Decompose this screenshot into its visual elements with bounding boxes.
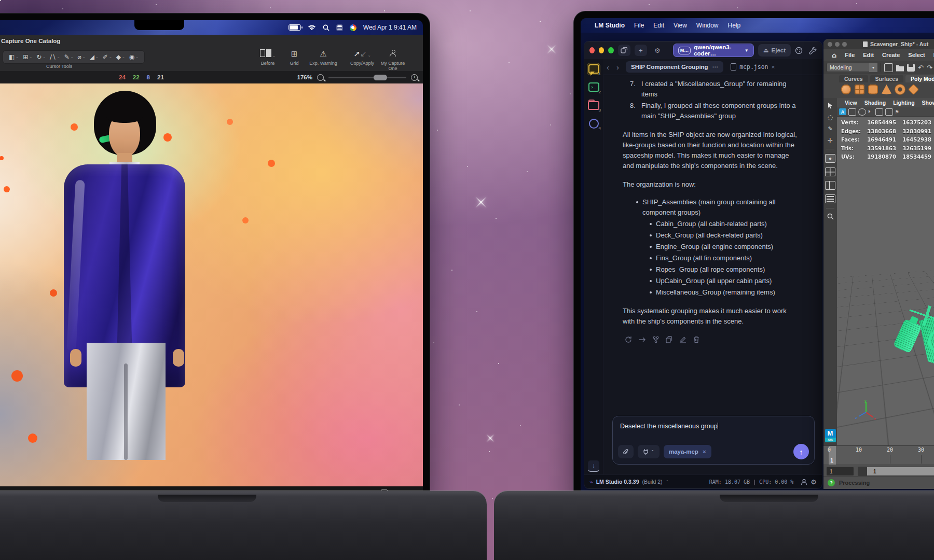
home-icon[interactable]: ⌂ [828, 51, 841, 59]
gradient-tool-icon[interactable]: ◢⌄ [88, 53, 100, 61]
draw-tool-icon[interactable]: ✎⌄ [63, 53, 75, 61]
poly-torus-icon[interactable] [895, 85, 905, 94]
nav-back-icon[interactable]: ‹ [603, 63, 613, 72]
mcp-plug-button[interactable]: ⌃ [638, 445, 660, 458]
undo-icon[interactable]: ↶ [918, 64, 924, 72]
tab-close-icon[interactable]: × [772, 64, 775, 70]
settings-gear-icon[interactable]: ⚙ [811, 478, 817, 486]
version-chevron-icon[interactable]: ⌃ [666, 480, 669, 484]
maya-viewport[interactable]: View Shading Lighting Show A ⏵ ⚑ [837, 98, 934, 445]
rail-developer-icon[interactable]: >_2 [587, 81, 600, 93]
isolate-icon[interactable] [848, 108, 856, 116]
new-chat-button[interactable]: + [635, 45, 647, 56]
traffic-zoom-button[interactable] [842, 42, 847, 47]
menuset-dropdown[interactable]: Modeling▼ [827, 63, 877, 72]
rail-chat-icon[interactable]: 1 [587, 63, 600, 75]
regenerate-icon[interactable] [625, 336, 632, 343]
traffic-close-button[interactable] [589, 47, 595, 53]
traffic-minimize-button[interactable] [835, 42, 840, 47]
menu-item-file[interactable]: File [841, 52, 859, 58]
chat-panel-icon[interactable] [618, 45, 630, 56]
traffic-close-button[interactable] [828, 42, 832, 47]
chat-input-text[interactable]: Deselect the miscellaneous group [613, 416, 814, 436]
bookmark-flag-icon[interactable]: ⚑ [895, 109, 899, 115]
zoom-slider[interactable] [328, 77, 406, 78]
select-camera-icon[interactable]: A [839, 108, 846, 115]
save-scene-icon[interactable] [907, 64, 915, 72]
menu-item-edit[interactable]: Edit [859, 52, 878, 58]
redo-icon[interactable]: ↷ [927, 64, 932, 72]
exposure-warning-button[interactable]: ⚠ Exp. Warning [305, 49, 342, 66]
panel-menu-show[interactable]: Show [918, 100, 934, 106]
traffic-minimize-button[interactable] [599, 47, 604, 53]
chat-input-box[interactable]: Deselect the miscellaneous group ⌃ maya-… [612, 416, 815, 465]
continue-icon[interactable] [639, 337, 646, 343]
browser-app-icon[interactable] [350, 24, 356, 31]
poly-cylinder-icon[interactable] [868, 85, 878, 94]
poly-sphere-icon[interactable] [841, 85, 851, 94]
erase-tool-icon[interactable]: ⌀⌄ [76, 53, 87, 61]
poly-cone-icon[interactable] [882, 85, 891, 94]
traffic-zoom-button[interactable] [608, 47, 613, 53]
layout-single-pane-icon[interactable]: ◆ [825, 154, 835, 163]
branch-icon[interactable] [653, 336, 659, 343]
delete-icon[interactable] [693, 336, 699, 343]
copy-icon[interactable] [666, 336, 672, 343]
shelf-tab-surfaces[interactable]: Surfaces [870, 75, 903, 82]
wifi-icon[interactable] [308, 24, 316, 31]
select-tool-icon[interactable] [828, 102, 833, 109]
crop-tool-icon[interactable]: ⊞⌄ [21, 53, 34, 61]
menu-item-file[interactable]: File [629, 22, 649, 29]
camera-icon[interactable]: ⏵ [868, 109, 871, 115]
edit-icon[interactable] [679, 336, 686, 343]
paint-select-tool-icon[interactable]: ✎ [828, 125, 832, 132]
pen-tool-icon[interactable]: ✐⌄ [101, 53, 114, 61]
menu-item-modify[interactable]: Modify [929, 52, 934, 58]
menu-item-view[interactable]: View [669, 22, 692, 29]
zoom-in-icon[interactable]: + [411, 74, 418, 81]
before-button[interactable]: ⌄ Before [254, 49, 282, 66]
lock-camera-icon[interactable] [858, 108, 866, 116]
film-gate-icon[interactable] [885, 108, 893, 116]
playback-start-field[interactable]: 1 [827, 467, 854, 475]
grid-button[interactable]: ⊞ Grid [285, 49, 304, 66]
heal-tool-icon[interactable]: ◆⌄ [115, 53, 127, 61]
nav-forward-icon[interactable]: › [613, 63, 623, 72]
rail-discover-icon[interactable]: 4 [587, 118, 600, 129]
zoom-tool-icon[interactable] [827, 213, 834, 220]
grid-toggle-icon[interactable] [875, 108, 883, 116]
menu-item-window[interactable]: Window [692, 22, 723, 29]
tab-more-icon[interactable]: ⋯ [712, 63, 719, 71]
current-frame-marker[interactable]: 1 [829, 446, 836, 465]
send-button[interactable]: ↑ [793, 444, 809, 459]
copy-apply-button[interactable]: ↗↙⌄ Copy/Apply [345, 49, 379, 66]
panel-menu-shading[interactable]: Shading [861, 100, 889, 106]
settings-gear-icon[interactable]: ⚙ [651, 45, 664, 56]
shelf-tab-curves[interactable]: Curves [839, 75, 868, 82]
menu-item-edit[interactable]: Edit [649, 22, 669, 29]
zoom-out-icon[interactable]: − [317, 74, 324, 81]
remove-tag-icon[interactable]: × [703, 449, 706, 455]
downloads-icon[interactable]: ↓ [588, 460, 599, 472]
rail-my-models-icon[interactable]: 3 [587, 100, 600, 111]
time-slider[interactable]: 0 10 20 30 40 1 [823, 445, 934, 465]
developer-wrench-icon[interactable] [809, 47, 817, 54]
panel-menu-lighting[interactable]: Lighting [889, 100, 918, 106]
range-bar[interactable]: 1 120 [867, 467, 934, 475]
panel-menu-view[interactable]: View [841, 100, 861, 106]
new-scene-icon[interactable] [884, 63, 893, 72]
menu-item-create[interactable]: Create [878, 52, 904, 58]
open-scene-icon[interactable] [896, 64, 904, 72]
menubar-clock[interactable]: Wed Apr 1 9:41 AM [363, 24, 417, 31]
control-center-icon[interactable] [336, 24, 343, 31]
poly-cube-icon[interactable] [855, 85, 864, 94]
chat-tab[interactable]: SHIP Component Grouping ⋯ [626, 61, 723, 73]
photo-viewer[interactable] [0, 83, 423, 487]
battery-icon[interactable] [289, 24, 301, 31]
zoom-slider-knob[interactable] [374, 75, 387, 80]
chat-scroll-area[interactable]: 7. I created a "Miscellaneous_Group" for… [603, 75, 822, 475]
appearance-palette-icon[interactable] [795, 47, 803, 54]
file-tab-mcp-json[interactable]: mcp.json × [731, 63, 775, 71]
pan-tool-icon[interactable]: ◧⌄ [7, 53, 20, 61]
move-tool-icon[interactable]: ✛ [828, 137, 833, 144]
